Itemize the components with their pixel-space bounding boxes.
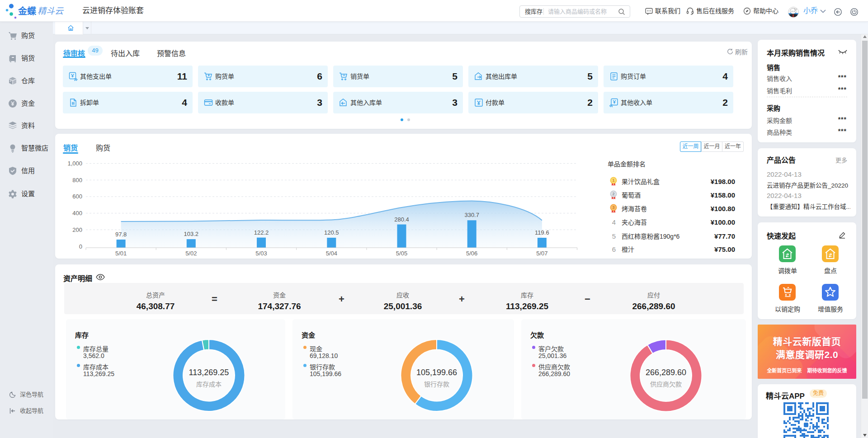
svg-text:97.8: 97.8 — [115, 231, 127, 238]
svg-text:5/04: 5/04 — [326, 250, 337, 257]
svg-text:5/01: 5/01 — [115, 250, 127, 257]
svg-text:330.7: 330.7 — [464, 212, 479, 218]
svg-text:1,000: 1,000 — [67, 160, 82, 167]
svg-text:103.2: 103.2 — [184, 231, 199, 237]
svg-text:122.2: 122.2 — [254, 229, 269, 236]
svg-text:400: 400 — [72, 210, 82, 217]
svg-text:5/06: 5/06 — [466, 250, 477, 257]
svg-text:5/05: 5/05 — [396, 250, 407, 257]
svg-text:1: 1 — [612, 178, 614, 183]
svg-text:119.6: 119.6 — [535, 229, 549, 236]
svg-text:5/02: 5/02 — [185, 250, 197, 257]
svg-text:3: 3 — [612, 205, 614, 210]
svg-text:280.4: 280.4 — [394, 216, 409, 223]
svg-text:5/03: 5/03 — [255, 250, 267, 257]
svg-text:0: 0 — [79, 243, 82, 250]
svg-text:120.5: 120.5 — [324, 229, 339, 236]
svg-text:2: 2 — [612, 192, 614, 196]
svg-text:5/07: 5/07 — [536, 250, 547, 257]
svg-text:800: 800 — [72, 177, 82, 184]
svg-text:200: 200 — [72, 226, 82, 233]
svg-text:600: 600 — [72, 193, 82, 200]
